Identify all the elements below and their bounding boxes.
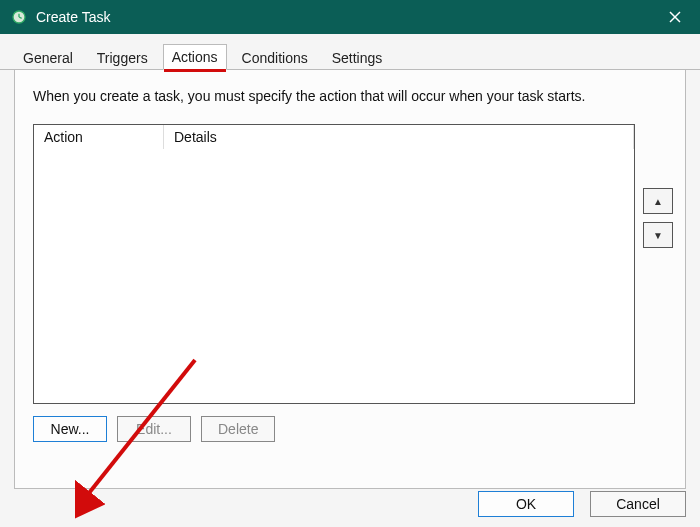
window-title: Create Task (36, 9, 660, 25)
tab-conditions[interactable]: Conditions (233, 45, 317, 70)
ok-button[interactable]: OK (478, 491, 574, 517)
clock-icon (10, 8, 28, 26)
titlebar: Create Task (0, 0, 700, 34)
new-button[interactable]: New... (33, 416, 107, 442)
tab-actions[interactable]: Actions (163, 44, 227, 70)
dialog-footer: OK Cancel (478, 491, 686, 517)
edit-button[interactable]: Edit... (117, 416, 191, 442)
actions-listbox[interactable]: Action Details (33, 124, 635, 404)
close-button[interactable] (660, 2, 690, 32)
column-details[interactable]: Details (164, 125, 634, 149)
actions-panel: When you create a task, you must specify… (14, 69, 686, 489)
list-header: Action Details (34, 125, 634, 150)
cancel-button[interactable]: Cancel (590, 491, 686, 517)
column-action[interactable]: Action (34, 125, 164, 149)
move-down-button[interactable]: ▼ (643, 222, 673, 248)
tab-general[interactable]: General (14, 45, 82, 70)
tab-settings[interactable]: Settings (323, 45, 392, 70)
tab-bar: General Triggers Actions Conditions Sett… (0, 34, 700, 70)
move-up-button[interactable]: ▲ (643, 188, 673, 214)
tab-triggers[interactable]: Triggers (88, 45, 157, 70)
panel-description: When you create a task, you must specify… (33, 88, 667, 104)
delete-button[interactable]: Delete (201, 416, 275, 442)
